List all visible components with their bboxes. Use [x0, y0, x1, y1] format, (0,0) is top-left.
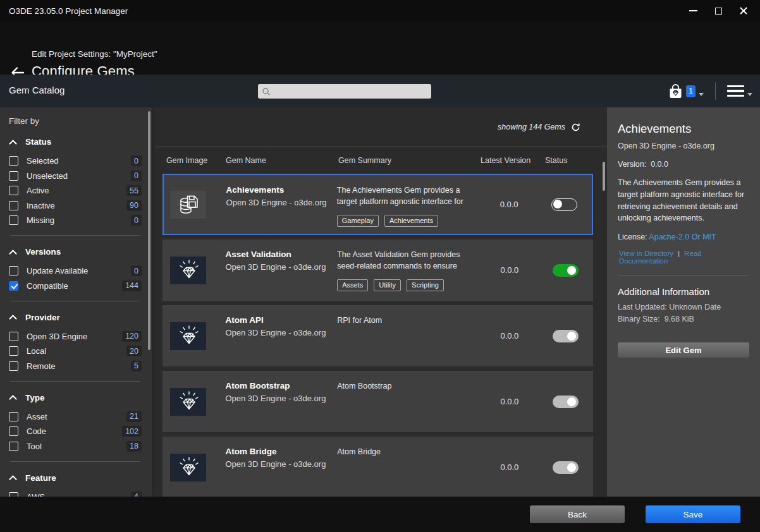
filter-label: Open 3D Engine — [27, 332, 87, 341]
divider — [10, 235, 140, 236]
column-header: Gem Summary — [338, 156, 481, 165]
menu-caret-icon[interactable] — [747, 93, 752, 96]
search-input[interactable] — [271, 87, 427, 96]
gem-row-atom-bootstrap[interactable]: Atom BootstrapOpen 3D Engine - o3de.orgA… — [162, 371, 593, 432]
detail-link-view-in-directory[interactable]: View in Directory — [619, 250, 673, 257]
detail-description: The Achievements Gem provides a target p… — [618, 177, 749, 224]
filter-count-badge: 90 — [126, 200, 142, 211]
version-value: 0.0.0 — [651, 160, 668, 169]
minimize-icon[interactable] — [688, 6, 698, 16]
checkbox[interactable] — [9, 426, 18, 436]
gem-name: Achievements — [226, 185, 337, 195]
gem-row-atom-bridge[interactable]: Atom BridgeOpen 3D Engine - o3de.orgAtom… — [162, 437, 593, 497]
filter-sidebar: Filter by StatusSelected0Unselected0Acti… — [0, 107, 152, 497]
gem-sparkle-icon — [170, 257, 206, 284]
gem-status-toggle[interactable] — [553, 330, 579, 342]
gem-version: 0.0.0 — [481, 397, 537, 406]
table-header-row: Gem Image Gem Name Gem Summary Latest Ve… — [155, 147, 607, 174]
gem-status-toggle[interactable] — [553, 264, 579, 277]
checkbox[interactable] — [9, 281, 18, 291]
hamburger-menu-icon[interactable] — [727, 85, 744, 97]
gem-status-toggle[interactable] — [553, 396, 579, 408]
checkbox[interactable] — [9, 412, 18, 421]
checkbox[interactable] — [9, 215, 18, 225]
gem-rows: AchievementsOpen 3D Engine - o3de.orgThe… — [155, 174, 607, 497]
gem-tag: Utility — [374, 279, 401, 291]
license-link[interactable]: Apache-2.0 Or MIT — [649, 233, 716, 241]
filter-label: Code — [27, 426, 46, 436]
list-toolbar: showing 144 Gems — [155, 107, 607, 147]
filter-count-badge: 0 — [131, 155, 142, 166]
edit-gem-button[interactable]: Edit Gem — [618, 342, 749, 358]
cart-count-badge[interactable]: 1 — [686, 85, 696, 97]
divider — [10, 461, 140, 462]
filter-label: Selected — [27, 156, 59, 166]
gem-row-asset-validation[interactable]: Asset ValidationOpen 3D Engine - o3de.or… — [162, 239, 593, 301]
filter-count-badge: 102 — [122, 426, 142, 437]
filter-section-header-feature[interactable]: Feature — [10, 473, 140, 483]
checkbox[interactable] — [9, 186, 18, 195]
gem-tag: Scripting — [407, 279, 444, 291]
back-button[interactable]: Back — [530, 505, 625, 523]
gem-version: 0.0.0 — [481, 462, 537, 472]
gem-origin: Open 3D Engine - o3de.org — [225, 394, 337, 403]
filter-count-badge: 21 — [126, 411, 142, 422]
divider — [10, 301, 140, 301]
toggle-knob — [553, 200, 562, 209]
gem-name: Atom API — [225, 315, 337, 325]
detail-license: License: Apache-2.0 Or MIT — [618, 233, 749, 241]
filter-section-type: TypeAsset21Code102Tool18 — [9, 393, 142, 453]
gem-cart-icon[interactable] — [667, 83, 684, 99]
search-box[interactable] — [258, 84, 431, 99]
filter-section-header-versions[interactable]: Versions — [10, 247, 140, 257]
gem-name: Atom Bridge — [225, 447, 337, 456]
checkbox[interactable] — [9, 171, 18, 181]
filter-label: Inactive — [27, 201, 55, 210]
checkbox[interactable] — [9, 156, 18, 166]
gem-status-toggle[interactable] — [553, 461, 579, 474]
filter-section-header-status[interactable]: Status — [10, 137, 140, 147]
filter-label: Asset — [27, 412, 47, 421]
checkbox[interactable] — [9, 361, 18, 371]
filter-section-header-type[interactable]: Type — [10, 393, 140, 402]
toggle-knob — [567, 266, 576, 275]
additional-info-title: Additional Information — [618, 286, 749, 297]
gem-row-atom-api[interactable]: Atom APIOpen 3D Engine - o3de.orgRPI for… — [162, 305, 593, 366]
cart-caret-icon[interactable] — [699, 93, 704, 96]
filter-count-badge: 120 — [122, 331, 142, 342]
gem-tags: AssetsUtilityScripting — [337, 279, 481, 291]
gem-tag: Assets — [337, 279, 368, 291]
filter-section-header-provider[interactable]: Provider — [10, 313, 140, 322]
divider — [715, 82, 716, 100]
gem-row-achievements[interactable]: AchievementsOpen 3D Engine - o3de.orgThe… — [162, 174, 593, 235]
checkbox[interactable] — [9, 201, 18, 210]
checkbox[interactable] — [9, 332, 18, 341]
gem-tag: Achievements — [384, 215, 438, 227]
filter-count-badge: 18 — [126, 441, 142, 452]
gem-tag: Gameplay — [337, 215, 379, 227]
filter-label: Compatible — [27, 281, 68, 291]
search-icon — [262, 87, 271, 96]
divider — [10, 381, 140, 382]
sidebar-scrollbar-thumb[interactable] — [148, 111, 150, 350]
license-label: License: — [618, 233, 647, 241]
refresh-icon[interactable] — [571, 123, 580, 132]
filter-count-badge: 55 — [126, 185, 142, 196]
gem-sparkle-icon — [170, 322, 206, 350]
filter-section-provider: ProviderOpen 3D Engine120Local20Remote5 — [9, 313, 142, 373]
gem-status-toggle[interactable] — [551, 198, 577, 211]
list-scrollbar-thumb[interactable] — [603, 162, 605, 191]
checkbox[interactable] — [9, 442, 18, 451]
toggle-knob — [567, 332, 576, 341]
close-icon[interactable] — [739, 6, 749, 16]
maximize-icon[interactable] — [713, 6, 723, 16]
save-button[interactable]: Save — [646, 505, 740, 523]
checkbox[interactable] — [9, 266, 18, 275]
gem-tags: GameplayAchievements — [337, 215, 481, 227]
checkbox[interactable] — [9, 346, 18, 356]
checkbox[interactable] — [9, 492, 18, 497]
filter-section-feature: FeatureAWS4 — [9, 473, 142, 497]
column-header: Latest Version — [481, 156, 537, 165]
chevron-up-icon — [9, 250, 17, 258]
filter-item-selected: Selected0 — [9, 154, 142, 167]
